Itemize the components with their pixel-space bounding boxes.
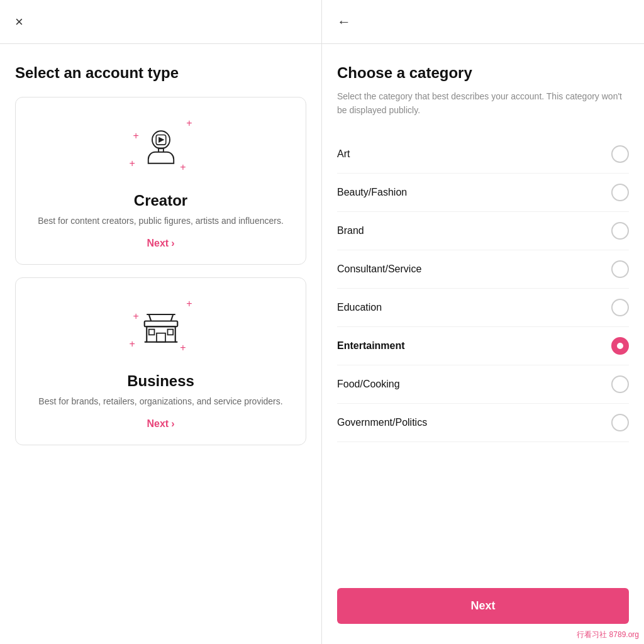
category-label: Consultant/Service [337,264,421,275]
left-panel-title: Select an account type [15,64,306,82]
category-label: Beauty/Fashion [337,187,407,198]
top-bar-right: ← [322,0,644,43]
category-label: Food/Cooking [337,379,400,390]
biz-plus-mark-3: + [180,342,186,353]
creator-next-link[interactable]: Next › [147,238,174,249]
business-svg-icon [139,306,183,350]
category-label: Art [337,148,350,160]
category-item[interactable]: Entertainment [337,327,629,365]
category-item[interactable]: Food/Cooking [337,365,629,404]
plus-mark-4: + [130,158,135,169]
back-button[interactable]: ← [337,15,351,29]
category-label: Government/Politics [337,417,427,428]
category-item[interactable]: Beauty/Fashion [337,174,629,212]
top-bar: × ← [0,0,644,44]
plus-mark-3: + [180,162,186,173]
svg-line-8 [148,314,151,321]
radio-circle[interactable] [611,299,629,316]
top-bar-left: × [0,0,322,43]
watermark: 行看习社 8789.org [574,628,641,641]
radio-circle[interactable] [611,414,629,431]
biz-plus-mark-1: + [186,298,192,309]
left-panel: Select an account type + + + + [0,44,322,644]
svg-line-9 [170,314,173,321]
category-list: ArtBeauty/FashionBrandConsultant/Service… [337,135,629,580]
business-next-arrow: › [171,418,174,430]
business-next-link[interactable]: Next › [147,418,174,430]
category-label: Entertainment [337,340,405,352]
svg-rect-7 [167,330,173,335]
radio-circle[interactable] [611,260,629,278]
category-item[interactable]: Consultant/Service [337,250,629,289]
svg-rect-3 [144,321,177,327]
creator-next-label: Next [147,238,169,249]
next-button[interactable]: Next [337,588,629,624]
close-button[interactable]: × [15,15,23,29]
radio-circle[interactable] [611,222,629,240]
creator-card[interactable]: + + + + Creator Best for conten [15,97,306,265]
creator-next-arrow: › [171,238,174,249]
right-panel-title: Choose a category [337,64,629,82]
business-next-label: Next [147,418,169,430]
right-panel: Choose a category Select the category th… [322,44,644,644]
radio-circle[interactable] [611,375,629,393]
category-item[interactable]: Education [337,289,629,327]
radio-circle[interactable] [611,145,629,163]
radio-circle[interactable] [611,184,629,201]
business-card-title: Business [127,372,194,390]
category-label: Brand [337,225,364,236]
business-icon-area: + + + + [123,293,199,362]
category-item[interactable]: Art [337,135,629,174]
business-card-desc: Best for brands, retailers, organization… [38,395,282,408]
radio-circle[interactable] [611,337,629,355]
creator-card-title: Creator [134,192,187,209]
category-item[interactable]: Government/Politics [337,404,629,442]
creator-icon-area: + + + + [123,113,199,182]
plus-mark-2: + [133,130,139,142]
plus-mark-1: + [186,118,192,129]
svg-marker-2 [158,137,164,143]
creator-card-desc: Best for content creators, public figure… [38,214,284,228]
category-label: Education [337,302,382,313]
business-card[interactable]: + + + + [15,277,306,445]
right-panel-subtitle: Select the category that best describes … [337,89,629,118]
biz-plus-mark-2: + [133,311,139,322]
main-content: Select an account type + + + + [0,44,644,644]
biz-plus-mark-4: + [130,338,135,350]
svg-rect-5 [157,333,165,342]
svg-rect-6 [148,330,154,335]
creator-svg-icon [139,125,183,169]
category-item[interactable]: Brand [337,212,629,250]
